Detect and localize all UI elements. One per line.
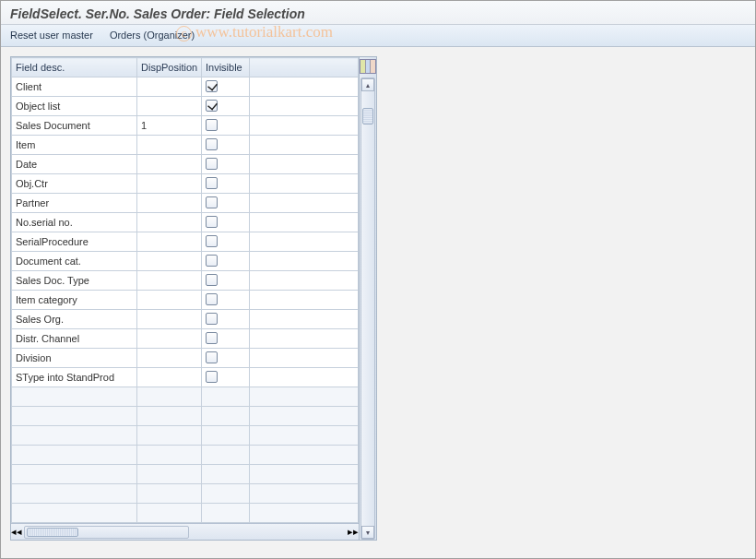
invisible-checkbox[interactable] <box>206 371 218 383</box>
cell-field-desc[interactable]: Division <box>12 349 137 368</box>
cell-field-desc[interactable]: Sales Doc. Type <box>12 271 137 291</box>
cell-disp-position[interactable] <box>137 368 202 387</box>
cell-spacer <box>250 271 359 291</box>
cell-invisible[interactable] <box>202 368 250 387</box>
cell-field-desc[interactable]: Item <box>12 136 137 155</box>
cell-spacer <box>250 97 359 116</box>
table-row[interactable]: SerialProcedure <box>12 232 359 252</box>
invisible-checkbox[interactable] <box>206 158 218 170</box>
cell-disp-position[interactable]: 1 <box>137 116 202 136</box>
cell-invisible[interactable] <box>202 194 250 213</box>
scroll-down-icon[interactable]: ▾ <box>361 526 374 539</box>
cell-disp-position[interactable] <box>137 213 202 232</box>
cell-field-desc[interactable]: No.serial no. <box>12 213 137 232</box>
cell-invisible[interactable] <box>202 291 250 310</box>
table-row-empty: . <box>12 446 359 465</box>
cell-field-desc[interactable]: Sales Document <box>12 116 137 136</box>
vscroll-thumb[interactable] <box>362 108 373 125</box>
table-row[interactable]: Date <box>12 155 359 174</box>
cell-disp-position[interactable] <box>137 349 202 368</box>
cell-disp-position[interactable] <box>137 174 202 194</box>
table-settings-icon[interactable] <box>360 59 376 74</box>
invisible-checkbox[interactable] <box>206 293 218 305</box>
table-row[interactable]: Item <box>12 136 359 155</box>
field-selection-grid: Field desc. DispPosition Invisible Clien… <box>10 56 377 541</box>
cell-disp-position[interactable] <box>137 194 202 213</box>
cell-disp-position[interactable] <box>137 310 202 329</box>
cell-invisible[interactable] <box>202 155 250 174</box>
invisible-checkbox[interactable] <box>206 119 218 131</box>
vertical-scrollbar[interactable]: ▴ ▾ <box>360 77 375 540</box>
cell-spacer <box>250 77 359 97</box>
cell-field-desc[interactable]: Object list <box>12 97 137 116</box>
invisible-checkbox[interactable] <box>206 255 218 267</box>
cell-field-desc[interactable]: Date <box>12 155 137 174</box>
cell-invisible[interactable] <box>202 174 250 194</box>
invisible-checkbox[interactable] <box>206 100 218 112</box>
cell-invisible[interactable] <box>202 271 250 291</box>
table-row[interactable]: Object list <box>12 97 359 116</box>
table-row[interactable]: Sales Org. <box>12 310 359 329</box>
col-header-field-desc[interactable]: Field desc. <box>12 58 137 77</box>
cell-invisible[interactable] <box>202 116 250 136</box>
invisible-checkbox[interactable] <box>206 177 218 189</box>
cell-disp-position[interactable] <box>137 252 202 271</box>
table-row[interactable]: Division <box>12 349 359 368</box>
cell-disp-position[interactable] <box>137 271 202 291</box>
col-header-disp-position[interactable]: DispPosition <box>137 58 202 77</box>
cell-disp-position[interactable] <box>137 97 202 116</box>
cell-disp-position[interactable] <box>137 136 202 155</box>
invisible-checkbox[interactable] <box>206 80 218 92</box>
cell-field-desc[interactable]: Obj.Ctr <box>12 174 137 194</box>
invisible-checkbox[interactable] <box>206 351 218 363</box>
hscroll-track[interactable] <box>24 526 189 539</box>
invisible-checkbox[interactable] <box>206 274 218 286</box>
invisible-checkbox[interactable] <box>206 138 218 150</box>
cell-field-desc[interactable]: Client <box>12 77 137 97</box>
table-row[interactable]: Client <box>12 77 359 97</box>
cell-invisible[interactable] <box>202 310 250 329</box>
reset-user-master-button[interactable]: Reset user master <box>10 30 93 41</box>
table-row[interactable]: Sales Document1 <box>12 116 359 136</box>
invisible-checkbox[interactable] <box>206 235 218 247</box>
col-header-invisible[interactable]: Invisible <box>202 58 250 77</box>
cell-invisible[interactable] <box>202 213 250 232</box>
cell-invisible[interactable] <box>202 77 250 97</box>
table-row[interactable]: Distr. Channel <box>12 329 359 349</box>
cell-field-desc[interactable]: Sales Org. <box>12 310 137 329</box>
cell-invisible[interactable] <box>202 97 250 116</box>
invisible-checkbox[interactable] <box>206 196 218 208</box>
cell-invisible[interactable] <box>202 329 250 349</box>
cell-field-desc[interactable]: SerialProcedure <box>12 232 137 252</box>
cell-disp-position[interactable] <box>137 291 202 310</box>
table-row[interactable]: Item category <box>12 291 359 310</box>
table-row[interactable]: No.serial no. <box>12 213 359 232</box>
cell-field-desc[interactable]: SType into StandProd <box>12 368 137 387</box>
cell-field-desc[interactable]: Partner <box>12 194 137 213</box>
invisible-checkbox[interactable] <box>206 332 218 344</box>
table-row[interactable]: Sales Doc. Type <box>12 271 359 291</box>
cell-disp-position[interactable] <box>137 232 202 252</box>
invisible-checkbox[interactable] <box>206 216 218 228</box>
table-row[interactable]: Partner <box>12 194 359 213</box>
cell-disp-position[interactable] <box>137 155 202 174</box>
hscroll-thumb[interactable] <box>27 528 78 537</box>
invisible-checkbox[interactable] <box>206 313 218 325</box>
orders-organizer-button[interactable]: Orders (Organizer) <box>110 30 195 41</box>
cell-invisible[interactable] <box>202 252 250 271</box>
table-row[interactable]: Obj.Ctr <box>12 174 359 194</box>
scroll-left-icon[interactable]: ◂ <box>17 526 22 539</box>
table-row[interactable]: SType into StandProd <box>12 368 359 387</box>
cell-invisible[interactable] <box>202 136 250 155</box>
vscroll-track[interactable] <box>361 91 374 526</box>
cell-disp-position[interactable] <box>137 329 202 349</box>
table-row[interactable]: Document cat. <box>12 252 359 271</box>
cell-invisible[interactable] <box>202 349 250 368</box>
cell-disp-position[interactable] <box>137 77 202 97</box>
cell-field-desc[interactable]: Distr. Channel <box>12 329 137 349</box>
horizontal-scrollbar[interactable]: ◂ ◂ ▸ ▸ <box>11 523 359 540</box>
cell-field-desc[interactable]: Item category <box>12 291 137 310</box>
scroll-up-icon[interactable]: ▴ <box>361 78 374 91</box>
cell-invisible[interactable] <box>202 232 250 252</box>
cell-field-desc[interactable]: Document cat. <box>12 252 137 271</box>
